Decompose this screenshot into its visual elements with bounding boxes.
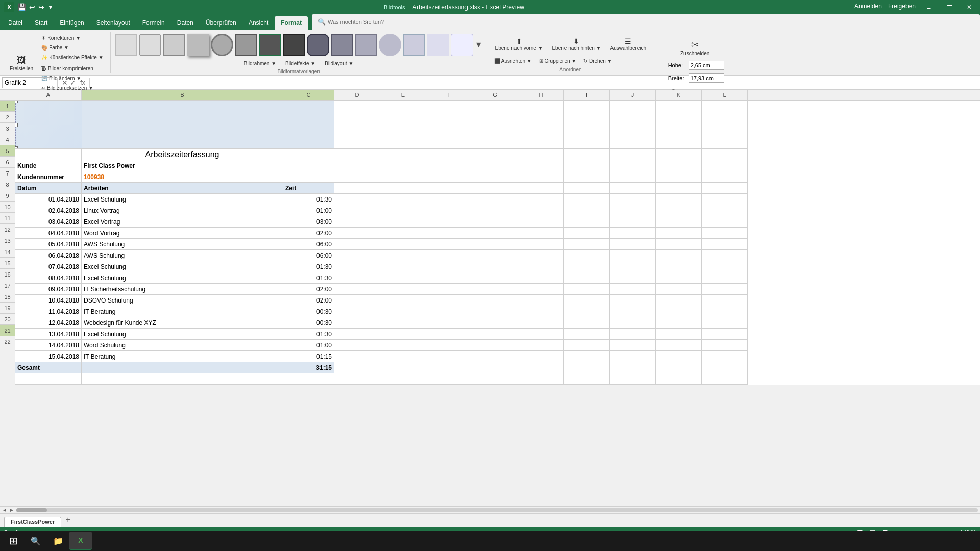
cell-14-B[interactable]: IT Sicherheitsschulung: [82, 284, 283, 295]
row-header-11[interactable]: 11: [0, 213, 15, 224]
cell-6-C[interactable]: 01:30: [283, 194, 334, 205]
row-header-3[interactable]: 3: [0, 123, 15, 134]
customize-qat[interactable]: ▼: [47, 4, 54, 11]
cell-12-A[interactable]: 07.04.2018: [15, 261, 82, 272]
cell-2-H[interactable]: [518, 149, 564, 160]
login-btn[interactable]: Anmelden: [854, 3, 882, 12]
cell-5-K[interactable]: [656, 183, 702, 194]
tab-datei[interactable]: Datei: [2, 16, 29, 30]
row-header-7[interactable]: 7: [0, 168, 15, 179]
col-header-B[interactable]: B: [82, 90, 283, 100]
cell-15-C[interactable]: 02:00: [283, 295, 334, 306]
row-header-10[interactable]: 10: [0, 202, 15, 213]
cell-9-C[interactable]: 02:00: [283, 228, 334, 239]
row-header-20[interactable]: 20: [0, 314, 15, 325]
cell-17-B[interactable]: Webdesign für Kunde XYZ: [82, 317, 283, 329]
img-style-11[interactable]: [355, 34, 377, 56]
img-style-12[interactable]: [379, 34, 401, 56]
cell-5-B[interactable]: Arbeiten: [82, 183, 283, 194]
cell-6-G[interactable]: [472, 194, 518, 205]
search-btn[interactable]: 🔍: [24, 532, 47, 550]
img-style-2[interactable]: [139, 34, 161, 56]
cell-1-G[interactable]: [472, 101, 518, 149]
cell-20-B[interactable]: IT Beratung: [82, 351, 283, 362]
col-header-D[interactable]: D: [334, 90, 380, 100]
auswahlbereich-btn[interactable]: ☰ Auswahlbereich: [607, 35, 650, 54]
search-bar[interactable]: Was möchten Sie tun?: [328, 19, 384, 25]
cell-6-I[interactable]: [564, 194, 610, 205]
cell-3-D[interactable]: [334, 160, 380, 171]
cell-2-I[interactable]: [564, 149, 610, 160]
cell-10-C[interactable]: 06:00: [283, 239, 334, 250]
img-style-8[interactable]: [283, 34, 305, 56]
cell-2-D[interactable]: [334, 149, 380, 160]
cell-13-C[interactable]: 01:30: [283, 272, 334, 284]
zuschneiden-btn[interactable]: ✂ Zuschneiden: [677, 37, 713, 59]
cell-2-K[interactable]: [656, 149, 702, 160]
minimize-btn[interactable]: 🗕: [922, 3, 936, 12]
cell-3-L[interactable]: [702, 160, 748, 171]
cell-21-C[interactable]: 31:15: [283, 362, 334, 373]
cell-22-B[interactable]: [82, 373, 283, 385]
gruppieren-btn[interactable]: ⊞ Gruppieren ▼: [536, 57, 579, 65]
cell-1-K[interactable]: [656, 101, 702, 149]
cell-16-B[interactable]: IT Beratung: [82, 306, 283, 317]
row-header-9[interactable]: 9: [0, 190, 15, 202]
cell-12-B[interactable]: Excel Schulung: [82, 261, 283, 272]
cell-6-J[interactable]: [610, 194, 656, 205]
cell-15-B[interactable]: DSGVO Schulung: [82, 295, 283, 306]
cell-6-K[interactable]: [656, 194, 702, 205]
excel-taskbar-btn[interactable]: X: [69, 532, 92, 550]
cell-7-A[interactable]: 02.04.2018: [15, 205, 82, 216]
row-header-19[interactable]: 19: [0, 303, 15, 314]
img-style-7[interactable]: [259, 34, 281, 56]
cell-20-C[interactable]: 01:15: [283, 351, 334, 362]
cell-3-C[interactable]: [283, 160, 334, 171]
sheet-tab-firstclass[interactable]: FirstClassPower: [4, 517, 61, 527]
cell-18-B[interactable]: Excel Schulung: [82, 329, 283, 340]
ebene-nach-hinten-btn[interactable]: ⬇ Ebene nach hinten ▼: [548, 35, 604, 54]
row-header-22[interactable]: 22: [0, 336, 15, 347]
bilder-komprimieren-btn[interactable]: 🗜 Bilder komprimieren: [39, 64, 96, 73]
scroll-left-btn[interactable]: ◄: [2, 507, 7, 513]
tab-einfuegen[interactable]: Einfügen: [54, 16, 90, 30]
img-style-5[interactable]: [211, 34, 233, 56]
scroll-track[interactable]: [16, 508, 978, 512]
cell-2-G[interactable]: [472, 149, 518, 160]
cell-3-B[interactable]: First Class Power: [82, 160, 283, 171]
cell-5-C[interactable]: Zeit: [283, 183, 334, 194]
cell-1-C[interactable]: [283, 101, 334, 149]
cell-15-A[interactable]: 10.04.2018: [15, 295, 82, 306]
cell-4-J[interactable]: [610, 171, 656, 183]
col-header-F[interactable]: F: [426, 90, 472, 100]
img-style-13[interactable]: [403, 34, 425, 56]
img-style-9[interactable]: [307, 34, 329, 56]
cell-14-A[interactable]: 09.04.2018: [15, 284, 82, 295]
tab-daten[interactable]: Daten: [171, 16, 200, 30]
cell-13-B[interactable]: Excel Schulung: [82, 272, 283, 284]
cell-8-A[interactable]: 03.04.2018: [15, 216, 82, 228]
cell-8-C[interactable]: 03:00: [283, 216, 334, 228]
redo-btn[interactable]: ↪: [38, 3, 44, 11]
scroll-thumb[interactable]: [16, 508, 47, 512]
undo-btn[interactable]: ↩: [29, 3, 35, 11]
img-style-15[interactable]: [451, 34, 473, 56]
row-header-1[interactable]: 1: [0, 101, 15, 112]
cell-5-H[interactable]: [518, 183, 564, 194]
cell-22-A[interactable]: [15, 373, 82, 385]
row-header-2[interactable]: 2: [0, 112, 15, 123]
cell-1-B[interactable]: [82, 101, 283, 149]
cell-2-E[interactable]: [380, 149, 426, 160]
cell-4-D[interactable]: [334, 171, 380, 183]
bildlayout-btn[interactable]: Bildlayout ▼: [322, 59, 356, 68]
cell-4-F[interactable]: [426, 171, 472, 183]
close-btn[interactable]: ✕: [963, 3, 976, 12]
cell-10-B[interactable]: AWS Schulung: [82, 239, 283, 250]
maximize-btn[interactable]: 🗖: [942, 3, 957, 12]
ebene-nach-vorne-btn[interactable]: ⬆ Ebene nach vorne ▼: [492, 35, 547, 54]
col-header-E[interactable]: E: [380, 90, 426, 100]
cell-20-A[interactable]: 15.04.2018: [15, 351, 82, 362]
cell-5-E[interactable]: [380, 183, 426, 194]
cell-2-B[interactable]: Arbeitszeiterfassung: [82, 149, 283, 160]
cell-21-B[interactable]: [82, 362, 283, 373]
